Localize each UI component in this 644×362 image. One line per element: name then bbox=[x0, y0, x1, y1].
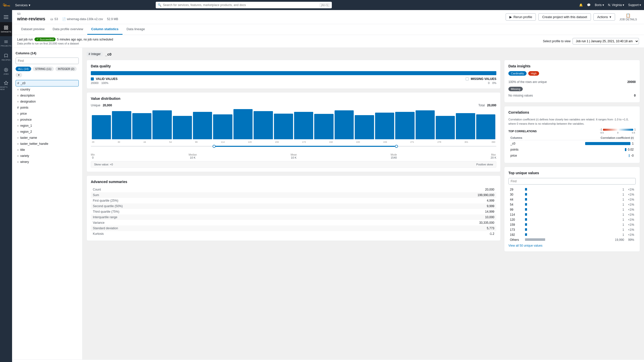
cardinality-badge: Cardinality bbox=[508, 71, 527, 76]
unique-value-row: 1141<1% bbox=[508, 212, 636, 217]
range-slider[interactable] bbox=[91, 146, 496, 151]
rerun-profile-button[interactable]: ▶ Rerun profile bbox=[506, 13, 536, 21]
correlations-description: Correlation coefficient (r) defines how … bbox=[508, 117, 636, 126]
histogram-bar bbox=[254, 111, 273, 139]
column-item-taster-twitter[interactable]: ≡ taster_twitter_handle bbox=[16, 141, 79, 147]
summary-row: Second quartile (50%)9,999 bbox=[91, 203, 496, 209]
histogram-bar bbox=[173, 116, 192, 139]
unique-value-row: 1731<1% bbox=[508, 227, 636, 232]
create-project-button[interactable]: Create project with this dataset bbox=[538, 13, 591, 21]
services-button[interactable]: Services ▾ bbox=[15, 3, 30, 7]
unique-value-row: 1591<1% bbox=[508, 222, 636, 227]
data-insights-card: Data insights Cardinality High 100% of t… bbox=[504, 60, 640, 103]
filter-all[interactable]: ALL (14) bbox=[16, 67, 31, 71]
user-menu[interactable]: Boris ▾ bbox=[595, 3, 604, 7]
filter-more[interactable]: ▾ bbox=[16, 73, 22, 77]
histogram-bar bbox=[132, 113, 151, 139]
svg-marker-9 bbox=[6, 69, 7, 71]
services-chevron-icon: ▾ bbox=[29, 3, 30, 7]
data-quality-card: Data quality VALID VALUES MISSING V bbox=[87, 60, 501, 89]
job-details-button[interactable]: 📋 JOB DETAILS bbox=[618, 12, 639, 22]
sidebar-item-projects[interactable]: PROJECTS bbox=[0, 36, 12, 50]
status-bar: Last job run ✓ Succeeded 5 minutes ago a… bbox=[12, 35, 644, 48]
columns-search-input[interactable] bbox=[16, 58, 79, 64]
range-thumb-left[interactable] bbox=[213, 145, 216, 148]
column-item-description[interactable]: ≡ description bbox=[16, 93, 79, 99]
tab-data-lineage[interactable]: Data lineage bbox=[123, 24, 149, 35]
sidebar-item-datasets[interactable]: DATASETS bbox=[0, 22, 12, 36]
column-item-variety[interactable]: ≡ variety bbox=[16, 153, 79, 159]
column-item-price[interactable]: ≡ price bbox=[16, 111, 79, 117]
column-item-taster-name[interactable]: ≡ taster_name bbox=[16, 135, 79, 141]
svg-rect-2 bbox=[4, 17, 8, 17]
column-item-region1[interactable]: ≡ region_1 bbox=[16, 123, 79, 129]
sidebar-item-jobs[interactable]: JOBS bbox=[0, 64, 12, 78]
filesize: 52.9 MB bbox=[107, 17, 118, 21]
filename: 📄 winemag-data-130k-v2.csv bbox=[62, 17, 103, 21]
breadcrumb: S3 bbox=[17, 12, 118, 15]
value-distribution-card: Value distribution Unique 20,000 Total 2… bbox=[87, 92, 501, 172]
column-item-title[interactable]: ≡ title bbox=[16, 147, 79, 153]
corr-row-points: points 0.02 bbox=[509, 147, 635, 152]
corr-bar-c0 bbox=[585, 142, 630, 145]
correlations-table: Columns Correlation coefficient (r) _c0 bbox=[508, 135, 636, 159]
tab-data-profile-overview[interactable]: Data profile overview bbox=[49, 24, 87, 35]
tab-column-statistics[interactable]: Column statistics bbox=[87, 24, 123, 35]
column-item-points[interactable]: # points bbox=[16, 105, 79, 111]
support-menu[interactable]: Support ▾ bbox=[628, 3, 641, 7]
type-badge: # Integer bbox=[87, 52, 103, 56]
unique-values-search[interactable] bbox=[508, 178, 636, 185]
unique-value-row: 541<1% bbox=[508, 202, 636, 207]
sidebar-item-whats-new[interactable]: WHAT'S NEW bbox=[0, 78, 12, 93]
column-item-designation[interactable]: ≡ designation bbox=[16, 99, 79, 105]
nav-right-area: 🔔 💬 Boris ▾ N. Virginia ▾ Support ▾ bbox=[579, 3, 641, 7]
column-item-country[interactable]: ≡ country bbox=[16, 86, 79, 93]
view-all-link[interactable]: View all 50 unique values bbox=[508, 244, 636, 247]
profile-select[interactable]: Job run 1 | January 25, 2021, 10:40:18 a… bbox=[573, 38, 639, 44]
file-info: 🗂 S3 📄 winemag-data-130k-v2.csv 52.9 MB bbox=[50, 17, 118, 21]
valid-values-bar bbox=[91, 71, 496, 75]
file-icon: 🗂 S3 bbox=[50, 17, 58, 21]
corr-bar-points bbox=[625, 148, 626, 151]
summary-row: Standard deviation5,773 bbox=[91, 225, 496, 231]
histogram-bar bbox=[395, 112, 414, 139]
aws-chatbot-icon[interactable]: 💬 bbox=[587, 3, 591, 7]
region-menu[interactable]: N. Virginia ▾ bbox=[608, 3, 624, 7]
unique-value-row: 291<1% bbox=[508, 187, 636, 192]
top-navigation: aws Services ▾ 🔍 [Alt+S] 🔔 💬 Boris ▾ N. … bbox=[0, 0, 644, 10]
filter-string[interactable]: STRING (11) bbox=[33, 67, 54, 71]
search-icon: 🔍 bbox=[158, 3, 162, 7]
sidebar-item-recipes[interactable]: RECIPES bbox=[0, 50, 12, 64]
play-icon: ▶ bbox=[509, 15, 512, 19]
tab-dataset-preview[interactable]: Dataset preview bbox=[17, 24, 49, 35]
content-area: Columns (14) ALL (14) STRING (11) INTEGE… bbox=[12, 48, 644, 359]
column-item-province[interactable]: ≡ province bbox=[16, 117, 79, 123]
missing-color-swatch bbox=[466, 77, 469, 80]
corr-row-c0: _c0 1 bbox=[509, 141, 635, 146]
header-actions: ▶ Rerun profile Create project with this… bbox=[506, 12, 639, 22]
actions-chevron-icon: ▾ bbox=[610, 15, 611, 19]
histogram-bar bbox=[193, 112, 212, 139]
column-item-region2[interactable]: ≡ region_2 bbox=[16, 129, 79, 135]
histogram-bar bbox=[314, 114, 333, 139]
unique-values-table: 291<1%301<1%441<1%541<1%991<1%1141<1%120… bbox=[508, 187, 636, 242]
columns-panel: Columns (14) ALL (14) STRING (11) INTEGE… bbox=[12, 48, 83, 359]
search-input[interactable] bbox=[163, 3, 318, 7]
actions-button[interactable]: Actions ▾ bbox=[593, 13, 615, 21]
page-title: wine-reviews bbox=[17, 16, 45, 22]
column-item-c0[interactable]: # _c0 bbox=[16, 80, 79, 86]
search-bar[interactable]: 🔍 [Alt+S] bbox=[156, 2, 332, 8]
histogram-labels: 2930445499114120159173192220226271278301… bbox=[91, 141, 496, 143]
column-item-winery[interactable]: ≡ winery bbox=[16, 159, 79, 165]
aws-logo-icon: aws bbox=[3, 3, 11, 8]
range-thumb-right[interactable] bbox=[395, 145, 398, 148]
dist-header: Unique 20,000 Total 20,000 bbox=[91, 104, 496, 107]
status-badge: ✓ Succeeded bbox=[34, 37, 56, 41]
unique-value-row: 301<1% bbox=[508, 192, 636, 197]
top-unique-values-card: Top unique values 291<1%301<1%441<1%541<… bbox=[504, 167, 640, 252]
hamburger-menu[interactable] bbox=[0, 12, 12, 22]
range-fill bbox=[213, 146, 395, 147]
notifications-icon[interactable]: 🔔 bbox=[579, 3, 583, 7]
filter-integer[interactable]: INTEGER (2) bbox=[55, 67, 77, 71]
left-sidebar: DATASETS PROJECTS RECIPES JOBS WHAT'S NE… bbox=[0, 10, 12, 362]
